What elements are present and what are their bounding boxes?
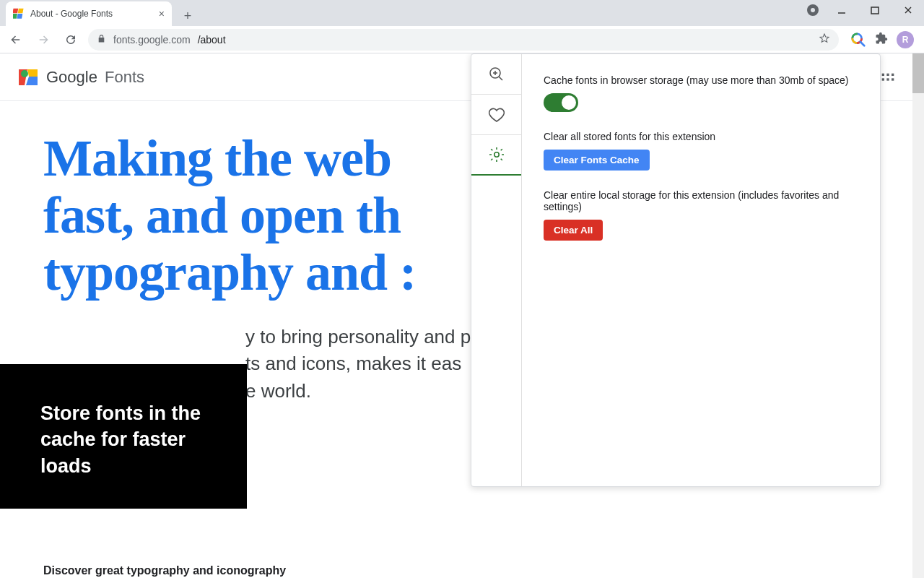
svg-point-16 [21, 70, 28, 77]
cache-toggle[interactable] [544, 93, 578, 112]
svg-rect-2 [13, 14, 17, 19]
ext-tab-settings[interactable] [471, 135, 521, 176]
address-bar[interactable]: fonts.google.com/about [88, 29, 839, 51]
nav-reload-button[interactable] [61, 30, 81, 50]
lock-icon[interactable] [97, 34, 106, 46]
window-maximize-icon[interactable] [865, 3, 885, 17]
clear-all-button[interactable]: Clear All [544, 220, 603, 241]
font-finder-extension-icon[interactable] [850, 32, 866, 48]
window-controls [807, 3, 918, 17]
tab-strip: About - Google Fonts × + [0, 0, 924, 26]
svg-marker-15 [26, 77, 38, 85]
hero-sub-line3: e world. [245, 380, 311, 402]
wordmark-google: Google [46, 68, 97, 86]
nav-forward-button[interactable] [33, 30, 53, 50]
svg-line-24 [499, 77, 502, 80]
svg-rect-19 [892, 74, 894, 76]
clear-fonts-label: Clear all stored fonts for this extensio… [544, 131, 858, 142]
svg-rect-18 [886, 74, 889, 76]
hero-sub-line2: ts and icons, makes it eas [245, 353, 461, 374]
tab-close-icon[interactable]: × [159, 8, 165, 20]
browser-tab[interactable]: About - Google Fonts × [6, 1, 172, 26]
clear-all-label: Clear entire local storage for this exte… [544, 189, 858, 212]
extension-sidebar [471, 54, 522, 486]
discover-section: Discover great typography and iconograph… [0, 564, 924, 578]
extension-icons: R [846, 31, 918, 48]
svg-rect-22 [892, 78, 894, 80]
svg-point-27 [494, 152, 498, 157]
window-minimize-icon[interactable] [832, 3, 852, 17]
promo-callout-text: Store fonts in the cache for faster load… [40, 400, 225, 479]
apps-grid-icon[interactable] [881, 72, 895, 90]
profile-indicator-icon[interactable] [807, 4, 819, 16]
extensions-menu-icon[interactable] [875, 32, 888, 48]
svg-marker-14 [27, 69, 38, 77]
google-fonts-wordmark[interactable]: Google Fonts [46, 68, 144, 87]
extension-popup: Cache fonts in browser storage (may use … [471, 53, 881, 487]
google-fonts-logo-icon[interactable] [17, 66, 39, 88]
page-viewport: Google Fonts Making the webfast, and ope… [0, 53, 924, 578]
window-close-icon[interactable] [898, 3, 918, 17]
svg-rect-1 [18, 9, 24, 14]
url-path: /about [198, 34, 226, 46]
extension-body: Cache fonts in browser storage (may use … [522, 54, 880, 486]
svg-rect-20 [882, 78, 884, 80]
browser-toolbar: fonts.google.com/about R [0, 26, 924, 53]
new-tab-button[interactable]: + [178, 6, 198, 26]
bookmark-star-icon[interactable] [819, 33, 830, 47]
cache-toggle-label: Cache fonts in browser storage (may use … [544, 74, 858, 86]
promo-callout: Store fonts in the cache for faster load… [0, 364, 247, 509]
nav-back-button[interactable] [6, 30, 26, 50]
svg-rect-5 [871, 7, 879, 14]
ext-tab-favorites[interactable] [471, 95, 521, 135]
svg-rect-3 [17, 14, 22, 19]
hero-sub-line1: y to bring personality and p [245, 326, 471, 348]
scrollbar-thumb[interactable] [912, 53, 924, 93]
wordmark-fonts: Fonts [105, 68, 144, 86]
svg-rect-17 [882, 74, 884, 76]
profile-avatar[interactable]: R [897, 31, 914, 48]
tab-favicon [13, 8, 25, 20]
tab-title: About - Google Fonts [30, 9, 153, 19]
svg-rect-21 [886, 78, 889, 80]
svg-rect-0 [13, 9, 18, 14]
svg-line-12 [860, 41, 865, 46]
ext-tab-search[interactable] [471, 54, 521, 95]
clear-fonts-cache-button[interactable]: Clear Fonts Cache [544, 150, 650, 171]
url-host: fonts.google.com [113, 34, 191, 46]
section-heading: Discover great typography and iconograph… [43, 564, 881, 577]
